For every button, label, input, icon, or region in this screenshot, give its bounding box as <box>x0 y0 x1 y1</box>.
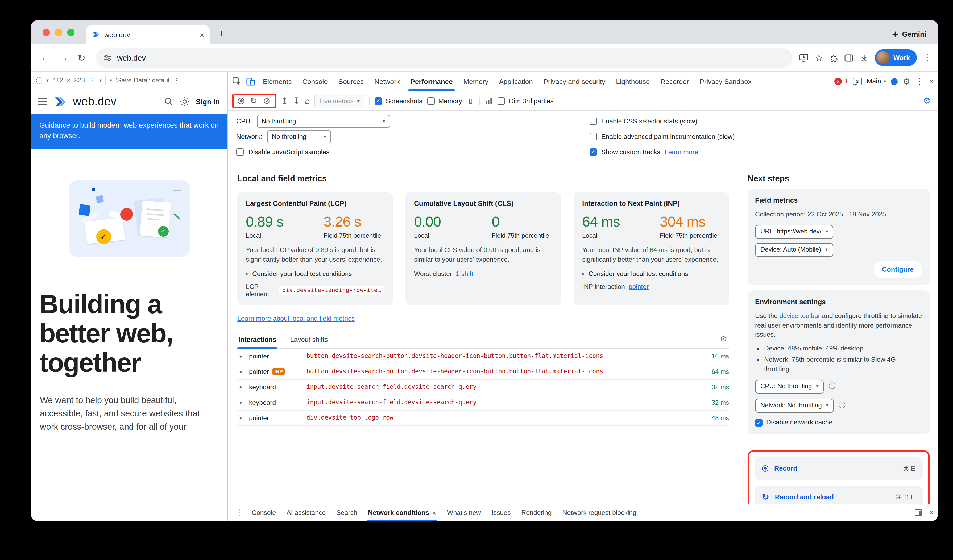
promo-banner[interactable]: Guidance to build modern web experiences… <box>31 114 227 149</box>
throttling-value[interactable]: 'Save-Data': defaul <box>116 77 169 84</box>
drawer-tab-ai-assistance[interactable]: AI assistance <box>281 504 331 521</box>
record-icon[interactable] <box>238 97 244 104</box>
lcp-conditions-expander[interactable]: ▸ Consider your local test conditions <box>246 270 384 277</box>
inspect-element-icon[interactable] <box>230 74 244 88</box>
clear-interactions-icon[interactable]: ⊘ <box>718 334 729 347</box>
viewport-width-value[interactable]: 412 <box>53 77 63 84</box>
row-expand-icon[interactable]: ▸ <box>237 415 245 421</box>
interaction-row[interactable]: ▸ keyboard input.devsite-search-field.de… <box>237 379 729 395</box>
tab-performance[interactable]: Performance <box>405 72 458 91</box>
drawer-tab-search[interactable]: Search <box>331 504 363 521</box>
emulation-menu-icon[interactable]: ⋮ <box>173 76 180 84</box>
extensions-icon[interactable] <box>829 53 838 62</box>
new-tab-button[interactable]: + <box>214 26 229 42</box>
css-selector-stats-checkbox[interactable] <box>590 117 597 125</box>
drawer-tab-network-request-blocking[interactable]: Network request blocking <box>557 504 642 521</box>
bookmark-icon[interactable]: ☆ <box>815 52 823 63</box>
tab-layout-shifts[interactable]: Layout shifts <box>289 332 329 348</box>
paint-instrumentation-checkbox[interactable] <box>590 133 597 140</box>
viewport-height-value[interactable]: 823 <box>74 77 85 84</box>
row-expand-icon[interactable]: ▸ <box>237 399 245 405</box>
error-icon[interactable]: × <box>834 77 842 85</box>
drawer-tab-rendering[interactable]: Rendering <box>516 504 557 521</box>
close-devtools-icon[interactable]: × <box>929 77 934 86</box>
disable-network-cache-checkbox[interactable]: ✓ <box>755 419 762 426</box>
network-info-icon[interactable]: ⓘ <box>838 401 846 411</box>
tab-recorder[interactable]: Recorder <box>655 72 694 91</box>
search-icon[interactable] <box>164 97 174 106</box>
close-drawer-icon[interactable]: × <box>929 508 934 517</box>
drawer-tab-close-icon[interactable]: × <box>432 509 436 517</box>
drawer-tab-issues[interactable]: Issues <box>486 504 516 521</box>
record-button[interactable]: Record ⌘ E <box>754 457 923 480</box>
zoom-caret-icon[interactable]: ▾ <box>99 77 102 83</box>
zoom-menu-icon[interactable]: ⋮ <box>88 76 96 84</box>
metrics-learn-more-link[interactable]: Learn more about local and field metrics <box>237 314 355 322</box>
cpu-info-icon[interactable]: ⓘ <box>829 382 835 392</box>
interaction-row[interactable]: ▸ pointer INP button.devsite-search-butt… <box>237 364 729 379</box>
env-network-select[interactable]: Network: No throttling ▾ <box>755 399 834 412</box>
live-metrics-home-icon[interactable]: ⌂ <box>305 96 310 105</box>
omnibox[interactable]: web.dev <box>96 48 792 67</box>
downloads-icon[interactable] <box>859 53 869 62</box>
tab-interactions[interactable]: Interactions <box>237 332 278 348</box>
gemini-chip[interactable]: Gemini <box>892 30 927 38</box>
tab-elements[interactable]: Elements <box>258 72 297 91</box>
interaction-row[interactable]: ▸ keyboard input.devsite-search-field.de… <box>237 395 729 410</box>
env-cpu-select[interactable]: CPU: No throttling ▾ <box>755 379 824 393</box>
tab-application[interactable]: Application <box>494 72 538 91</box>
live-metrics-select[interactable]: Live metrics ▾ <box>315 94 365 107</box>
devtools-menu-icon[interactable]: ⋮ <box>915 76 924 87</box>
device-toolbar-link[interactable]: device toolbar <box>779 312 820 320</box>
dimensions-icon[interactable] <box>36 77 43 84</box>
collect-garbage-icon[interactable] <box>467 97 475 105</box>
inp-conditions-expander[interactable]: ▸ Consider your local test conditions <box>582 270 720 277</box>
tab-privacy-security[interactable]: Privacy and security <box>538 72 611 91</box>
theme-toggle-icon[interactable] <box>180 97 189 106</box>
interaction-row[interactable]: ▸ pointer button.devsite-search-button.d… <box>237 349 729 364</box>
drawer-tab-console[interactable]: Console <box>246 504 281 521</box>
row-expand-icon[interactable]: ▸ <box>237 353 245 359</box>
save-profile-icon[interactable]: ↧ <box>293 96 300 105</box>
tab-network[interactable]: Network <box>369 72 405 91</box>
capture-settings-gear-icon[interactable]: ⚙ <box>923 96 931 106</box>
network-throttling-select[interactable]: No throttling ▾ <box>267 130 331 143</box>
tab-console[interactable]: Console <box>297 72 333 91</box>
browser-menu-icon[interactable]: ⋮ <box>923 52 932 63</box>
zoom-window-button[interactable] <box>67 29 75 36</box>
side-panel-icon[interactable] <box>844 53 854 62</box>
profile-chip[interactable]: Work <box>875 50 917 66</box>
reload-button[interactable]: ↻ <box>73 50 89 66</box>
record-and-reload-button[interactable]: ↻ Record and reload ⌘ ⇧ E <box>754 486 923 504</box>
issues-icon[interactable]: 2 <box>853 77 862 85</box>
stats-icon[interactable] <box>485 97 493 105</box>
custom-tracks-learn-more-link[interactable]: Learn more <box>664 148 698 156</box>
inp-interaction-link[interactable]: pointer <box>629 283 649 290</box>
dimensions-caret-icon[interactable]: ▾ <box>46 77 49 83</box>
clear-icon[interactable]: ⊘ <box>263 96 270 105</box>
disable-js-samples-checkbox[interactable] <box>236 148 244 156</box>
tab-sources[interactable]: Sources <box>333 72 369 91</box>
drawer-tab-network-conditions[interactable]: Network conditions × <box>363 504 442 521</box>
field-device-select[interactable]: Device: Auto (Mobile) ▾ <box>755 243 833 257</box>
back-button[interactable]: ← <box>37 50 53 66</box>
error-count[interactable]: 1 <box>844 77 848 85</box>
browser-tab[interactable]: web.dev × <box>86 25 210 44</box>
site-brand[interactable]: web.dev <box>73 95 116 108</box>
interaction-row[interactable]: ▸ pointer div.devsite-top-logo-row 48 ms <box>237 410 729 426</box>
context-selector[interactable]: Main ▾ <box>866 77 886 85</box>
device-toolbar-icon[interactable] <box>244 74 258 88</box>
cpu-throttling-select[interactable]: No throttling ▾ <box>257 114 390 127</box>
dock-side-icon[interactable] <box>914 508 922 517</box>
memory-checkbox[interactable] <box>427 97 435 105</box>
tab-lighthouse[interactable]: Lighthouse <box>611 72 655 91</box>
lcp-element-node-link[interactable]: div.devsite-landing-row-ite… <box>279 286 384 295</box>
screenshots-checkbox[interactable]: ✓ <box>375 97 382 105</box>
field-url-select[interactable]: URL: https://web.dev/ ▾ <box>755 225 833 238</box>
drawer-tab-whats-new[interactable]: What’s new <box>442 504 486 521</box>
profile-indicator-icon[interactable] <box>891 78 898 85</box>
tab-memory[interactable]: Memory <box>458 72 494 91</box>
sign-in-link[interactable]: Sign in <box>196 97 220 105</box>
devtools-settings-icon[interactable]: ⚙ <box>903 76 910 87</box>
show-custom-tracks-checkbox[interactable]: ✓ <box>590 148 597 156</box>
